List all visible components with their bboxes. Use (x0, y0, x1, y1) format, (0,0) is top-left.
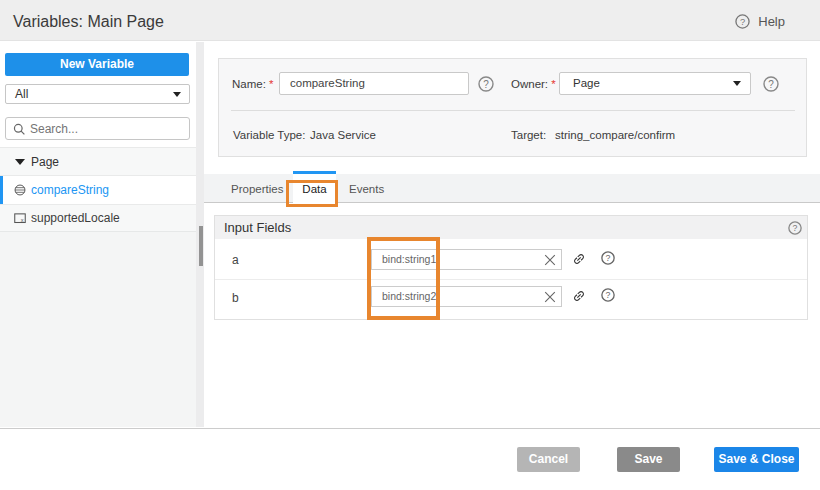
svg-text:x: x (21, 217, 24, 223)
svg-text:?: ? (483, 79, 489, 90)
svg-text:?: ? (606, 290, 611, 300)
svg-text:?: ? (793, 223, 798, 233)
svg-text:?: ? (606, 253, 611, 263)
svg-text:?: ? (768, 79, 774, 90)
svg-text:?: ? (740, 17, 745, 27)
